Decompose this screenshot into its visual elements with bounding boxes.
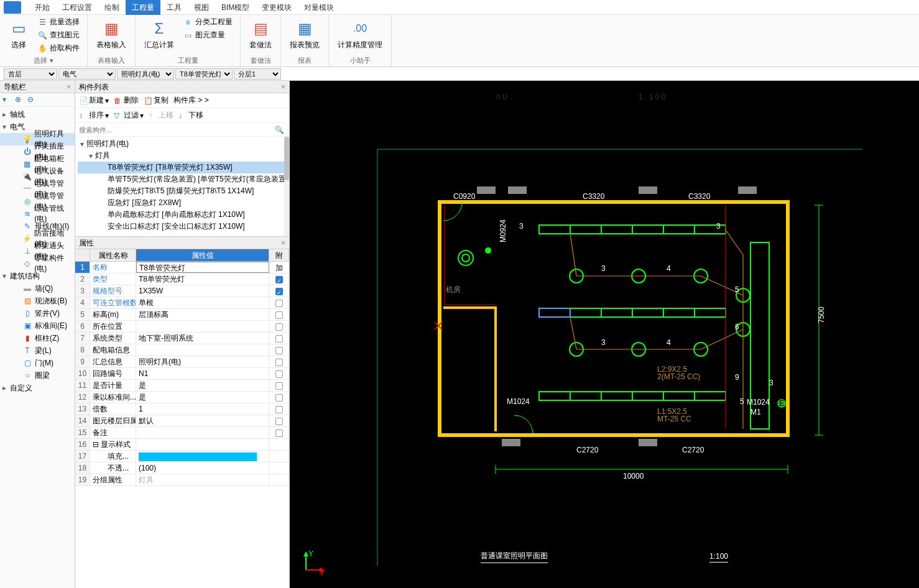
delete-button[interactable]: 🗑删除 [114,95,139,106]
menu-tools[interactable]: 工具 [160,0,188,15]
checkbox[interactable] [275,288,283,295]
nav-ringbeam[interactable]: ○圈梁 [0,369,75,382]
nav-combined[interactable]: ≋综合管线(电) [0,208,75,220]
layer-select[interactable]: 分层1 [234,68,281,80]
stdroom-icon: ▣ [22,321,32,331]
up-button[interactable]: ↑上移 [149,110,173,121]
props-close-icon[interactable]: × [281,237,285,249]
copy-button[interactable]: 📋复制 [144,95,169,106]
table-input-button[interactable]: ▦ 表格输入 [93,16,130,53]
search-input[interactable] [78,125,287,135]
menu-compare[interactable]: 对量模块 [298,0,340,15]
checkbox[interactable] [275,370,283,378]
floor-select[interactable]: 首层 [4,68,57,80]
props-row[interactable]: 5标高(m)层顶标高 [75,309,289,321]
props-row[interactable]: 14图元楼层归属默认 [75,415,289,427]
props-row[interactable]: 4可连立管根数单根 [75,297,289,309]
nav-door[interactable]: ▢门(M) [0,357,75,369]
props-row[interactable]: 18 不透...(100) [75,462,289,474]
props-row[interactable]: 10回路编号N1 [75,368,289,380]
checkbox[interactable] [275,300,283,307]
nav-tool2-icon[interactable]: ⊕ [15,95,25,105]
elem-qty-button[interactable]: ▭图元查量 [180,29,235,41]
props-row[interactable]: 12乘以标准间...是 [75,392,289,403]
checkbox[interactable] [275,406,283,413]
menu-project-settings[interactable]: 工程设置 [56,0,98,15]
checkbox[interactable] [275,347,283,354]
down-button[interactable]: ↓下移 [178,110,203,121]
tree-item-1[interactable]: 单管T5荧光灯(常应急装置) [单管T5荧光灯(常应急装置 [78,173,287,185]
tree-item-4[interactable]: 单向疏散标志灯 [单向疏散标志灯 1X10W] [78,209,287,221]
method-button[interactable]: ▤ 套做法 [246,16,275,53]
checkbox[interactable] [275,323,283,331]
tree-item-2[interactable]: 防爆荧光灯T8\T5 [防爆荧光灯T8\T5 1X14W] [78,185,287,197]
checkbox[interactable] [275,359,283,366]
subcategory-select[interactable]: 照明灯具(电) [117,68,174,80]
props-row[interactable]: 7系统类型地下室-照明系统 [75,333,289,344]
checkbox[interactable] [275,311,283,319]
props-row[interactable]: 17 填充... [75,451,289,462]
select-button[interactable]: ▭ 选择 [5,16,32,53]
tree-item-5[interactable]: 安全出口标志灯 [安全出口标志灯 1X10W] [78,221,287,232]
nav-beam[interactable]: T梁(L) [0,344,75,357]
nav-tool1-icon[interactable]: ▾ [2,95,12,105]
checkbox[interactable] [275,276,283,283]
menu-draw[interactable]: 绘制 [98,0,126,15]
nav-column[interactable]: ▮框柱(Z) [0,332,75,344]
menu-bim[interactable]: BIM模型 [215,0,256,15]
menu-start[interactable]: 开始 [29,0,56,15]
nav-stdroom[interactable]: ▣标准间(E) [0,319,75,332]
menu-view[interactable]: 视图 [188,0,215,15]
props-row[interactable]: 19分组属性灯具 [75,474,289,486]
component-select[interactable]: T8单管荧光灯 [175,68,233,80]
checkbox[interactable] [275,430,283,437]
nav-custom[interactable]: ▸自定义 [0,382,75,394]
props-row[interactable]: 9汇总信息照明灯具(电) [75,356,289,368]
checkbox[interactable] [275,394,283,402]
report-preview-button[interactable]: ▦ 报表预览 [286,16,323,53]
props-row[interactable]: 8配电箱信息 [75,344,289,356]
tree-item-0[interactable]: T8单管荧光灯 [T8单管荧光灯 1X35W] [78,162,287,173]
props-row[interactable]: 15备注 [75,427,289,439]
nav-slab[interactable]: ▨现浇板(B) [0,295,75,307]
tree-item-3[interactable]: 应急灯 [应急灯 2X8W] [78,197,287,209]
props-row[interactable]: 11是否计量是 [75,380,289,392]
precision-button[interactable]: .00 计算精度管理 [334,16,386,53]
nav-shaft[interactable]: ▯竖井(V) [0,307,75,319]
svg-text:5: 5 [740,397,744,406]
complist-close-icon[interactable]: × [281,81,285,93]
filter-button[interactable]: ▽过滤 ▾ [114,110,144,121]
category-select[interactable]: 电气 [58,68,116,80]
sort-button[interactable]: ↕排序 ▾ [79,110,109,121]
nav-wall[interactable]: ▬墙(Q) [0,282,75,295]
lib-button[interactable]: 构件库 > > [173,95,209,106]
tree-scrollbar[interactable] [284,137,289,236]
sum-calc-button[interactable]: Σ 汇总计算 [141,16,178,53]
props-row[interactable]: 2类型T8单管荧光灯 [75,273,289,285]
pick-component-button[interactable]: ✋拾取构件 [35,42,82,54]
props-row[interactable]: 3规格型号1X35W [75,285,289,297]
menu-quantity[interactable]: 工程量 [126,0,160,15]
menu-change[interactable]: 变更模块 [256,0,298,15]
props-row[interactable]: 1名称T8单管荧光灯 [75,262,289,273]
drawing-canvas[interactable]: Λ U . 1 . 1 0 0 C0920 C3320 C3320 M0924 [290,81,919,588]
tree-root[interactable]: ▾照明灯具(电) [78,138,287,150]
new-button[interactable]: 📄新建 ▾ [79,95,109,106]
props-row[interactable]: 6所在位置 [75,321,289,333]
props-row[interactable]: 13倍数1 [75,403,289,415]
scrollbar-thumb[interactable] [284,137,289,180]
nav-misc[interactable]: ◇零星构件(电) [0,257,75,270]
nav-close-icon[interactable]: × [67,81,71,93]
nav-tool3-icon[interactable]: ⊖ [27,95,37,105]
checkbox[interactable] [275,418,283,425]
nav-axis[interactable]: ▸轴线 [0,108,75,121]
tree-group[interactable]: ▾灯具 [78,150,287,162]
method-icon: ▤ [251,19,270,39]
checkbox[interactable] [275,382,283,390]
checkbox[interactable] [275,335,283,342]
class-qty-button[interactable]: ≡分类工程量 [180,16,235,28]
batch-select-button[interactable]: ☰批量选择 [35,16,82,28]
search-icon[interactable]: 🔍 [275,126,284,134]
props-row[interactable]: 16⊟ 显示样式 [75,439,289,451]
find-element-button[interactable]: 🔍查找图元 [35,29,82,41]
